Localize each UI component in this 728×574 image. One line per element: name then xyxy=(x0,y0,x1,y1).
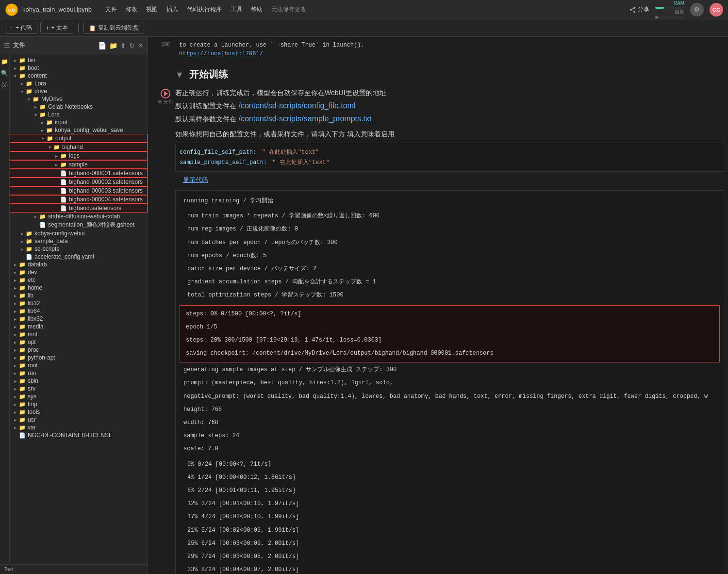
tree-label-bin: bin xyxy=(28,57,35,64)
menu-edit[interactable]: 修改 xyxy=(122,4,141,15)
add-code-button[interactable]: + + 代码 xyxy=(5,22,37,34)
tree-item-home[interactable]: ▸📁home xyxy=(10,284,148,292)
tree-item-datalab[interactable]: ▸📁datalab xyxy=(10,261,148,268)
upload-icon[interactable]: ⬆ xyxy=(120,42,126,49)
tree-item-sys[interactable]: ▸📁sys xyxy=(10,393,148,400)
tree-item-proc[interactable]: ▸📁proc xyxy=(10,346,148,354)
tree-item-lib64[interactable]: ▸📁lib64 xyxy=(10,307,148,315)
tree-item-kohya_config_webui_save[interactable]: ▸📁kohya_config_webui_save xyxy=(10,126,148,134)
tree-item-sd_scripts[interactable]: ▸📁sd-scripts xyxy=(10,245,148,253)
tree-item-ngc_license[interactable]: 📄NGC-DL-CONTAINER-LICENSE xyxy=(10,431,148,439)
tree-item-usr[interactable]: ▸📁usr xyxy=(10,416,148,424)
files-icon[interactable]: 📁 xyxy=(1,58,8,65)
sidebar-title: 文件 xyxy=(13,41,95,49)
tree-item-var[interactable]: ▸📁var xyxy=(10,424,148,431)
tree-icon-content: 📁 xyxy=(18,73,26,79)
tree-item-bighand2[interactable]: 📄bighand-000002.safetensors xyxy=(10,178,148,186)
tree-arrow-MyDrive: ▾ xyxy=(25,97,32,102)
menu-tools[interactable]: 工具 xyxy=(227,4,246,15)
variables-icon[interactable]: {x} xyxy=(1,82,8,88)
tree-item-MyDrive[interactable]: ▾📁MyDrive xyxy=(10,95,148,103)
titlebar: CO kohya_train_webui.ipynb 文件 修改 视图 插入 代… xyxy=(0,0,728,19)
tree-item-lib32[interactable]: ▸📁lib32 xyxy=(10,299,148,307)
tree-item-tools[interactable]: ▸📁tools xyxy=(10,408,148,416)
menu-insert[interactable]: 插入 xyxy=(163,4,182,15)
tree-item-bighandsafe[interactable]: 📄bighand.safetensors xyxy=(10,204,148,213)
tree-item-bighand[interactable]: ▾📁bighand xyxy=(10,143,148,151)
tree-arrow-lib64: ▸ xyxy=(12,309,18,314)
close-sidebar-icon[interactable]: ✕ xyxy=(138,42,144,49)
tree-label-bighand2: bighand-000002.safetensors xyxy=(69,179,143,185)
tree-item-sbin[interactable]: ▸📁sbin xyxy=(10,377,148,385)
cell-top: [39] to create a Launcher, use `--share … xyxy=(148,37,728,60)
tree-item-accelerate_config[interactable]: 📄accelerate_config.yaml xyxy=(10,253,148,261)
config-path-link[interactable]: /content/sd-scripts/config_file.toml xyxy=(238,101,355,110)
run-button[interactable] xyxy=(161,89,170,98)
tree-item-etc[interactable]: ▸📁etc xyxy=(10,276,148,284)
config-file-key: config_file_self_path: xyxy=(180,149,256,156)
localhost-link[interactable]: https://localhost:17061/ xyxy=(179,50,263,57)
share-button[interactable]: 分享 xyxy=(629,5,649,14)
tree-item-drive[interactable]: ▾📁drive xyxy=(10,87,148,95)
tree-icon-lib: 📁 xyxy=(18,293,26,299)
tree-item-bighand1[interactable]: 📄bighand-000001.safetensors xyxy=(10,169,148,178)
progress-line1: steps: 0% 0/1500 [00:00<?, ?it/s] xyxy=(182,308,717,321)
hamburger-icon[interactable]: ☰ xyxy=(4,42,10,49)
notebook[interactable]: [39] to create a Launcher, use `--share … xyxy=(148,37,728,574)
tree-icon-bighand3: 📄 xyxy=(60,188,67,194)
add-text-button[interactable]: + + 文本 xyxy=(40,22,73,34)
tree-item-boot[interactable]: ▸📁boot xyxy=(10,64,148,72)
tree-item-stable_diffusion_webui_colab[interactable]: ▸📁stable-diffusion-webui-colab xyxy=(10,213,148,220)
tree-item-output[interactable]: ▾📁output xyxy=(10,134,148,143)
tree-item-media[interactable]: ▸📁media xyxy=(10,323,148,330)
tree-item-logs[interactable]: ▸📁logs xyxy=(10,151,148,160)
titlebar-right: 分享 RAM 磁盘 ⚙ CC xyxy=(629,0,723,18)
new-folder-icon[interactable]: 📁 xyxy=(109,42,117,49)
tree-item-dev[interactable]: ▸📁dev xyxy=(10,268,148,276)
menu-runtime[interactable]: 代码执行程序 xyxy=(183,4,226,15)
tree-item-mnt[interactable]: ▸📁mnt xyxy=(10,330,148,338)
tree-item-opt[interactable]: ▸📁opt xyxy=(10,338,148,346)
progress-bar-line: 12% 3/24 [00:01<00:10, 1.97it/s] xyxy=(183,497,716,510)
tree-item-python_apt[interactable]: ▸📁python-apt xyxy=(10,354,148,361)
tree-item-kohya_config_webui[interactable]: ▸📁kohya-config-webui xyxy=(10,230,148,237)
tree-item-run[interactable]: ▸📁run xyxy=(10,369,148,377)
tree-item-input[interactable]: ▸📁input xyxy=(10,118,148,126)
tree-item-sample[interactable]: ▸📁sample xyxy=(10,160,148,169)
tree-item-sample_data[interactable]: ▸📁sample_data xyxy=(10,237,148,245)
tree-item-content[interactable]: ▾📁content xyxy=(10,72,148,80)
tree-item-bighand3[interactable]: 📄bighand-000003.safetensors xyxy=(10,186,148,195)
new-file-icon[interactable]: 📄 xyxy=(98,42,106,49)
tree-item-root[interactable]: ▸📁root xyxy=(10,361,148,369)
tree-label-root: root xyxy=(28,362,38,369)
tree-item-Lora2[interactable]: ▾📁Lora xyxy=(10,111,148,118)
menu-view[interactable]: 视图 xyxy=(142,4,162,15)
tree-item-lib[interactable]: ▸📁lib xyxy=(10,292,148,299)
tree-label-proc: proc xyxy=(28,346,39,353)
tree-item-bighand4[interactable]: 📄bighand-000004.safetensors xyxy=(10,195,148,204)
section-arrow[interactable]: ▼ xyxy=(175,70,184,80)
menu-help[interactable]: 帮助 xyxy=(247,4,266,15)
progress-line3: steps: 20% 300/1500 [07:19<29:19, 1.47s/… xyxy=(182,334,717,347)
tree-item-Lora[interactable]: ▸📁Lora xyxy=(10,80,148,87)
cell-time: 39 分 钟 xyxy=(157,99,173,105)
tree-item-ColabNotebooks[interactable]: ▸📁Colab Notebooks xyxy=(10,103,148,111)
search-icon[interactable]: 🔍 xyxy=(1,70,8,77)
tree-icon-MyDrive: 📁 xyxy=(32,96,40,102)
copy-to-disk-button[interactable]: 📋 复制到云端硬盘 xyxy=(83,22,144,34)
sample-path-link[interactable]: /content/sd-scripts/sample_prompts.txt xyxy=(238,115,371,123)
tree-item-bin[interactable]: ▸📁bin xyxy=(10,56,148,64)
tree-item-tmp[interactable]: ▸📁tmp xyxy=(10,400,148,408)
tree-arrow-python_apt: ▸ xyxy=(12,355,18,361)
tree-item-segmentation_file[interactable]: 📄segmentation_颜色对照表.gsheet xyxy=(10,220,148,230)
tree-label-ngc_license: NGC-DL-CONTAINER-LICENSE xyxy=(28,432,113,439)
settings-icon[interactable]: ⚙ xyxy=(690,3,704,16)
menu-file[interactable]: 文件 xyxy=(101,4,121,15)
refresh-icon[interactable]: ↻ xyxy=(129,42,135,49)
menu-no-save: 无法保存更改 xyxy=(267,4,310,15)
tree-item-libx32[interactable]: ▸📁libx32 xyxy=(10,315,148,323)
show-code-button[interactable]: 显示代码 xyxy=(175,174,724,186)
sample-path-label: 默认采样参数文件在 xyxy=(175,113,236,125)
user-avatar[interactable]: CC xyxy=(710,3,723,16)
tree-item-srv[interactable]: ▸📁srv xyxy=(10,385,148,393)
